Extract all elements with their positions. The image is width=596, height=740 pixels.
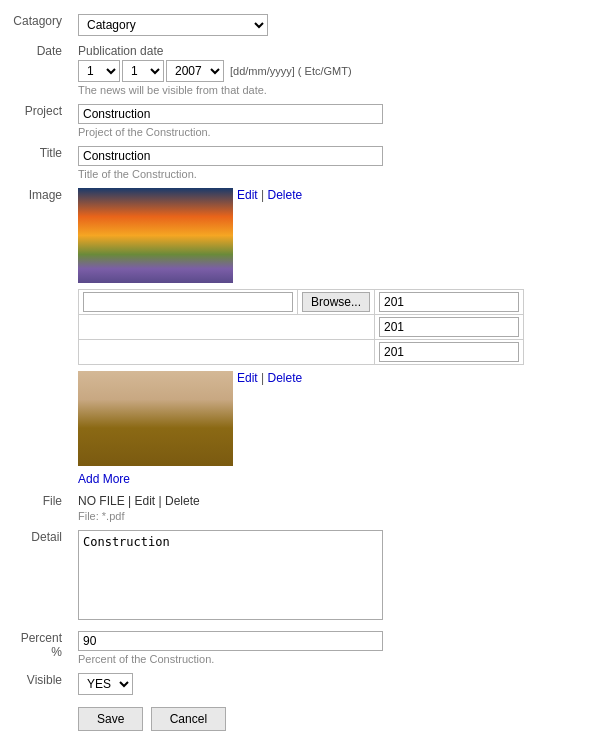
percent-label: Percent %: [0, 627, 70, 669]
upload-row-1: Browse...: [79, 290, 524, 315]
image-actions-2: Edit | Delete: [237, 371, 302, 385]
main-form: Catagory Catagory Construction Architect…: [0, 10, 596, 739]
upload-row-2: [79, 315, 524, 340]
percent-hint: Percent of the Construction.: [78, 653, 588, 665]
cancel-button[interactable]: Cancel: [151, 707, 226, 731]
date-label: Date: [0, 40, 70, 100]
upload-row-3: [79, 340, 524, 365]
file-hint: File: *.pdf: [78, 510, 588, 522]
file-label: File: [0, 490, 70, 526]
pub-date-label: Publication date: [78, 44, 588, 58]
detail-label: Detail: [0, 526, 70, 627]
delete-file-link[interactable]: Delete: [165, 494, 200, 508]
title-hint: Title of the Construction.: [78, 168, 588, 180]
save-button[interactable]: Save: [78, 707, 143, 731]
image-row-1: Edit | Delete: [78, 188, 588, 283]
date-format-hint: [dd/mm/yyyy] ( Etc/GMT): [230, 65, 352, 77]
delete-image-1-link[interactable]: Delete: [267, 188, 302, 202]
month-select[interactable]: 1234 5678 9101112: [122, 60, 164, 82]
edit-file-link[interactable]: Edit: [134, 494, 155, 508]
detail-textarea[interactable]: Construction: [78, 530, 383, 620]
file-num-2[interactable]: [379, 317, 519, 337]
project-label: Project: [0, 100, 70, 142]
visible-select[interactable]: YES NO: [78, 673, 133, 695]
image-container-1: [78, 188, 233, 283]
image-container-2: [78, 371, 233, 466]
day-select[interactable]: 12345 678910 1112131415 1617181920 21222…: [78, 60, 120, 82]
file-upload-table: Browse...: [78, 289, 524, 365]
delete-image-2-link[interactable]: Delete: [267, 371, 302, 385]
image-actions-1: Edit | Delete: [237, 188, 302, 202]
year-select[interactable]: 2007200820092010: [166, 60, 224, 82]
date-hint: The news will be visible from that date.: [78, 84, 588, 96]
image-label: Image: [0, 184, 70, 490]
category-label: Catagory: [0, 10, 70, 40]
add-more-link[interactable]: Add More: [78, 472, 130, 486]
file-num-3[interactable]: [379, 342, 519, 362]
category-select[interactable]: Catagory Construction Architecture Engin…: [78, 14, 268, 36]
browse-button-1[interactable]: Browse...: [302, 292, 370, 312]
title-label: Title: [0, 142, 70, 184]
project-input[interactable]: [78, 104, 383, 124]
image-row-2: Edit | Delete: [78, 371, 588, 466]
image-thumbnail-1: [78, 188, 233, 283]
edit-image-2-link[interactable]: Edit: [237, 371, 258, 385]
file-info-row: NO FILE | Edit | Delete: [78, 494, 588, 508]
visible-label: Visible: [0, 669, 70, 699]
image-thumbnail-2: [78, 371, 233, 466]
no-file-text: NO FILE: [78, 494, 125, 508]
file-upload-input-1[interactable]: [83, 292, 293, 312]
file-num-1[interactable]: [379, 292, 519, 312]
title-input[interactable]: [78, 146, 383, 166]
edit-image-1-link[interactable]: Edit: [237, 188, 258, 202]
project-hint: Project of the Construction.: [78, 126, 588, 138]
percent-input[interactable]: [78, 631, 383, 651]
